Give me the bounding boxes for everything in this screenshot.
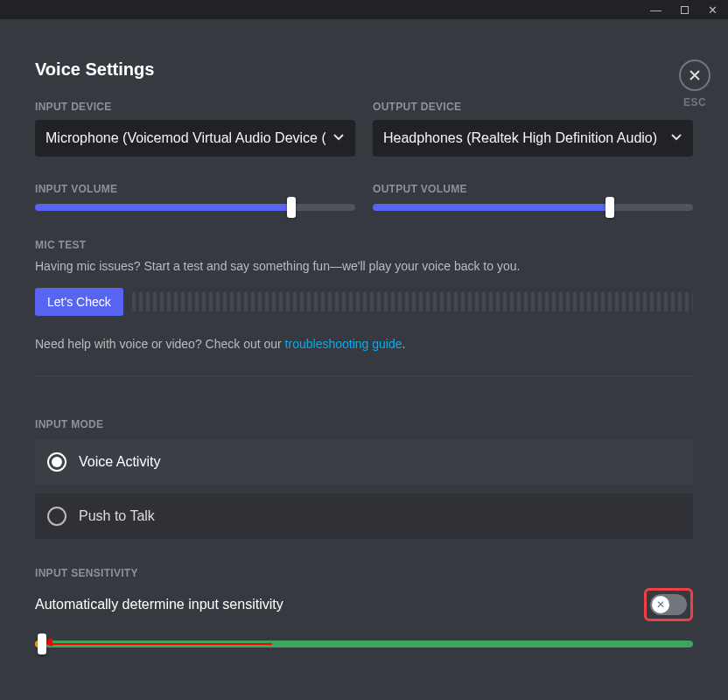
close-button[interactable] xyxy=(679,60,710,91)
input-mode-option-label: Voice Activity xyxy=(79,454,160,470)
input-volume-slider[interactable] xyxy=(35,204,355,211)
output-volume-label: OUTPUT VOLUME xyxy=(373,183,693,195)
maximize-icon[interactable] xyxy=(681,4,689,16)
input-mode-label: INPUT MODE xyxy=(35,418,693,430)
troubleshooting-link[interactable]: troubleshooting guide xyxy=(285,337,402,351)
input-sensitivity-label: INPUT SENSITIVITY xyxy=(35,567,693,579)
radio-icon xyxy=(47,507,66,526)
input-device-select[interactable]: Microphone (Voicemod Virtual Audio Devic… xyxy=(35,120,355,157)
input-mode-option[interactable]: Push to Talk xyxy=(35,494,693,539)
output-device-value: Headphones (Realtek High Definition Audi… xyxy=(383,130,663,146)
close-icon xyxy=(688,68,702,82)
minimize-icon[interactable]: — xyxy=(650,4,662,16)
output-device-label: OUTPUT DEVICE xyxy=(373,101,693,113)
mic-test-meter xyxy=(132,292,693,312)
annotation-arrow xyxy=(48,643,272,645)
close-window-icon[interactable]: ✕ xyxy=(708,4,718,16)
output-device-select[interactable]: Headphones (Realtek High Definition Audi… xyxy=(373,120,693,157)
input-volume-label: INPUT VOLUME xyxy=(35,183,355,195)
auto-sensitivity-toggle[interactable]: ✕ xyxy=(650,594,687,615)
radio-icon xyxy=(47,452,66,472)
esc-label: ESC xyxy=(679,96,710,108)
mic-test-button[interactable]: Let's Check xyxy=(35,288,123,316)
chevron-down-icon xyxy=(670,130,682,146)
help-text: Need help with voice or video? Check out… xyxy=(35,337,693,351)
sensitivity-slider[interactable] xyxy=(35,640,693,648)
toggle-off-icon: ✕ xyxy=(656,598,665,611)
divider xyxy=(35,375,693,376)
window-controls: — ✕ xyxy=(0,0,728,19)
output-volume-slider[interactable] xyxy=(373,204,693,211)
auto-sensitivity-label: Automatically determine input sensitivit… xyxy=(35,597,284,612)
mic-test-desc: Having mic issues? Start a test and say … xyxy=(35,258,693,276)
input-device-label: INPUT DEVICE xyxy=(35,101,355,113)
input-mode-option[interactable]: Voice Activity xyxy=(35,439,693,485)
mic-test-label: MIC TEST xyxy=(35,239,693,251)
input-mode-option-label: Push to Talk xyxy=(79,508,155,524)
page-title: Voice Settings xyxy=(35,60,693,80)
input-device-value: Microphone (Voicemod Virtual Audio Devic… xyxy=(46,130,326,146)
annotation-highlight: ✕ xyxy=(644,588,693,621)
chevron-down-icon xyxy=(332,130,345,146)
